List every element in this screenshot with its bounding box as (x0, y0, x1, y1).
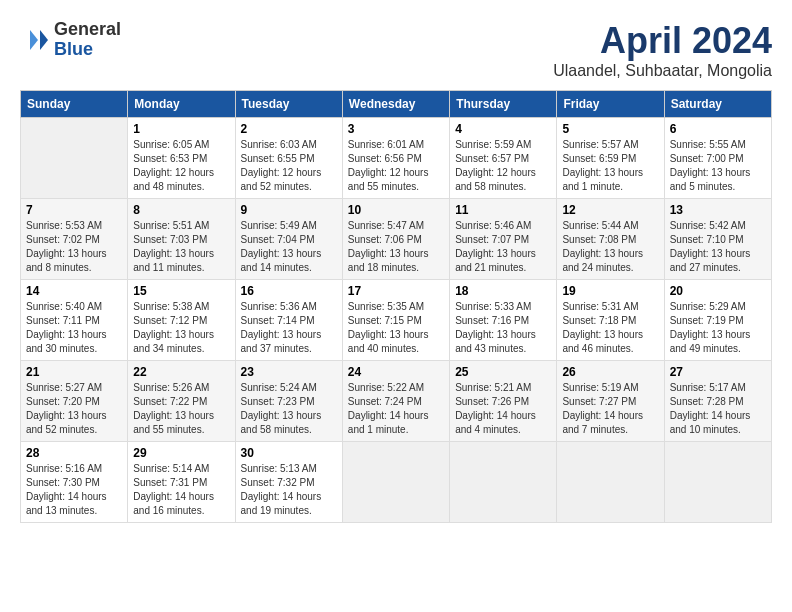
calendar-cell: 18Sunrise: 5:33 AMSunset: 7:16 PMDayligh… (450, 280, 557, 361)
day-number: 5 (562, 122, 658, 136)
day-number: 19 (562, 284, 658, 298)
day-number: 23 (241, 365, 337, 379)
day-info: Sunrise: 5:16 AMSunset: 7:30 PMDaylight:… (26, 462, 122, 518)
calendar-cell: 28Sunrise: 5:16 AMSunset: 7:30 PMDayligh… (21, 442, 128, 523)
calendar-cell: 19Sunrise: 5:31 AMSunset: 7:18 PMDayligh… (557, 280, 664, 361)
day-info: Sunrise: 5:22 AMSunset: 7:24 PMDaylight:… (348, 381, 444, 437)
calendar-cell: 27Sunrise: 5:17 AMSunset: 7:28 PMDayligh… (664, 361, 771, 442)
calendar-cell: 23Sunrise: 5:24 AMSunset: 7:23 PMDayligh… (235, 361, 342, 442)
calendar-cell: 8Sunrise: 5:51 AMSunset: 7:03 PMDaylight… (128, 199, 235, 280)
calendar-cell: 26Sunrise: 5:19 AMSunset: 7:27 PMDayligh… (557, 361, 664, 442)
week-row-1: 7Sunrise: 5:53 AMSunset: 7:02 PMDaylight… (21, 199, 772, 280)
day-number: 15 (133, 284, 229, 298)
day-number: 29 (133, 446, 229, 460)
logo-text: General Blue (54, 20, 121, 60)
calendar-cell (450, 442, 557, 523)
week-row-0: 1Sunrise: 6:05 AMSunset: 6:53 PMDaylight… (21, 118, 772, 199)
day-info: Sunrise: 5:19 AMSunset: 7:27 PMDaylight:… (562, 381, 658, 437)
day-number: 16 (241, 284, 337, 298)
day-info: Sunrise: 5:40 AMSunset: 7:11 PMDaylight:… (26, 300, 122, 356)
day-number: 6 (670, 122, 766, 136)
day-info: Sunrise: 5:36 AMSunset: 7:14 PMDaylight:… (241, 300, 337, 356)
day-info: Sunrise: 5:27 AMSunset: 7:20 PMDaylight:… (26, 381, 122, 437)
svg-marker-1 (30, 30, 38, 50)
week-row-3: 21Sunrise: 5:27 AMSunset: 7:20 PMDayligh… (21, 361, 772, 442)
logo-icon (20, 25, 50, 55)
header-cell-sunday: Sunday (21, 91, 128, 118)
month-title: April 2024 (553, 20, 772, 62)
day-number: 22 (133, 365, 229, 379)
calendar-cell: 6Sunrise: 5:55 AMSunset: 7:00 PMDaylight… (664, 118, 771, 199)
calendar-body: 1Sunrise: 6:05 AMSunset: 6:53 PMDaylight… (21, 118, 772, 523)
day-info: Sunrise: 5:59 AMSunset: 6:57 PMDaylight:… (455, 138, 551, 194)
calendar-cell (342, 442, 449, 523)
day-info: Sunrise: 5:17 AMSunset: 7:28 PMDaylight:… (670, 381, 766, 437)
day-number: 8 (133, 203, 229, 217)
calendar-cell: 15Sunrise: 5:38 AMSunset: 7:12 PMDayligh… (128, 280, 235, 361)
day-info: Sunrise: 5:53 AMSunset: 7:02 PMDaylight:… (26, 219, 122, 275)
day-info: Sunrise: 5:13 AMSunset: 7:32 PMDaylight:… (241, 462, 337, 518)
location-title: Ulaandel, Suhbaatar, Mongolia (553, 62, 772, 80)
day-info: Sunrise: 5:47 AMSunset: 7:06 PMDaylight:… (348, 219, 444, 275)
calendar-cell: 25Sunrise: 5:21 AMSunset: 7:26 PMDayligh… (450, 361, 557, 442)
day-number: 25 (455, 365, 551, 379)
day-info: Sunrise: 5:46 AMSunset: 7:07 PMDaylight:… (455, 219, 551, 275)
calendar-cell (664, 442, 771, 523)
day-number: 18 (455, 284, 551, 298)
calendar-cell: 3Sunrise: 6:01 AMSunset: 6:56 PMDaylight… (342, 118, 449, 199)
week-row-2: 14Sunrise: 5:40 AMSunset: 7:11 PMDayligh… (21, 280, 772, 361)
day-info: Sunrise: 6:01 AMSunset: 6:56 PMDaylight:… (348, 138, 444, 194)
day-number: 24 (348, 365, 444, 379)
day-number: 30 (241, 446, 337, 460)
day-number: 3 (348, 122, 444, 136)
day-info: Sunrise: 5:24 AMSunset: 7:23 PMDaylight:… (241, 381, 337, 437)
day-info: Sunrise: 5:33 AMSunset: 7:16 PMDaylight:… (455, 300, 551, 356)
day-number: 9 (241, 203, 337, 217)
day-number: 4 (455, 122, 551, 136)
day-number: 11 (455, 203, 551, 217)
day-number: 20 (670, 284, 766, 298)
week-row-4: 28Sunrise: 5:16 AMSunset: 7:30 PMDayligh… (21, 442, 772, 523)
calendar-cell: 10Sunrise: 5:47 AMSunset: 7:06 PMDayligh… (342, 199, 449, 280)
svg-marker-0 (40, 30, 48, 50)
day-info: Sunrise: 6:05 AMSunset: 6:53 PMDaylight:… (133, 138, 229, 194)
header-cell-saturday: Saturday (664, 91, 771, 118)
day-info: Sunrise: 5:49 AMSunset: 7:04 PMDaylight:… (241, 219, 337, 275)
day-number: 21 (26, 365, 122, 379)
day-number: 26 (562, 365, 658, 379)
calendar-cell: 16Sunrise: 5:36 AMSunset: 7:14 PMDayligh… (235, 280, 342, 361)
day-info: Sunrise: 5:26 AMSunset: 7:22 PMDaylight:… (133, 381, 229, 437)
day-number: 28 (26, 446, 122, 460)
calendar-cell: 2Sunrise: 6:03 AMSunset: 6:55 PMDaylight… (235, 118, 342, 199)
calendar-cell: 4Sunrise: 5:59 AMSunset: 6:57 PMDaylight… (450, 118, 557, 199)
calendar-cell: 9Sunrise: 5:49 AMSunset: 7:04 PMDaylight… (235, 199, 342, 280)
day-info: Sunrise: 6:03 AMSunset: 6:55 PMDaylight:… (241, 138, 337, 194)
logo-general: General (54, 20, 121, 40)
header-cell-monday: Monday (128, 91, 235, 118)
calendar-cell (21, 118, 128, 199)
day-number: 14 (26, 284, 122, 298)
day-number: 1 (133, 122, 229, 136)
calendar-cell: 14Sunrise: 5:40 AMSunset: 7:11 PMDayligh… (21, 280, 128, 361)
day-info: Sunrise: 5:21 AMSunset: 7:26 PMDaylight:… (455, 381, 551, 437)
day-info: Sunrise: 5:51 AMSunset: 7:03 PMDaylight:… (133, 219, 229, 275)
day-info: Sunrise: 5:29 AMSunset: 7:19 PMDaylight:… (670, 300, 766, 356)
calendar-cell: 11Sunrise: 5:46 AMSunset: 7:07 PMDayligh… (450, 199, 557, 280)
day-info: Sunrise: 5:42 AMSunset: 7:10 PMDaylight:… (670, 219, 766, 275)
day-number: 2 (241, 122, 337, 136)
calendar-cell: 29Sunrise: 5:14 AMSunset: 7:31 PMDayligh… (128, 442, 235, 523)
header-row: SundayMondayTuesdayWednesdayThursdayFrid… (21, 91, 772, 118)
header-cell-wednesday: Wednesday (342, 91, 449, 118)
day-info: Sunrise: 5:38 AMSunset: 7:12 PMDaylight:… (133, 300, 229, 356)
logo-blue: Blue (54, 40, 121, 60)
day-info: Sunrise: 5:14 AMSunset: 7:31 PMDaylight:… (133, 462, 229, 518)
header-cell-thursday: Thursday (450, 91, 557, 118)
calendar-cell: 22Sunrise: 5:26 AMSunset: 7:22 PMDayligh… (128, 361, 235, 442)
title-block: April 2024 Ulaandel, Suhbaatar, Mongolia (553, 20, 772, 80)
day-info: Sunrise: 5:31 AMSunset: 7:18 PMDaylight:… (562, 300, 658, 356)
day-number: 27 (670, 365, 766, 379)
page-header: General Blue April 2024 Ulaandel, Suhbaa… (20, 20, 772, 80)
day-info: Sunrise: 5:55 AMSunset: 7:00 PMDaylight:… (670, 138, 766, 194)
day-info: Sunrise: 5:44 AMSunset: 7:08 PMDaylight:… (562, 219, 658, 275)
calendar-cell: 1Sunrise: 6:05 AMSunset: 6:53 PMDaylight… (128, 118, 235, 199)
